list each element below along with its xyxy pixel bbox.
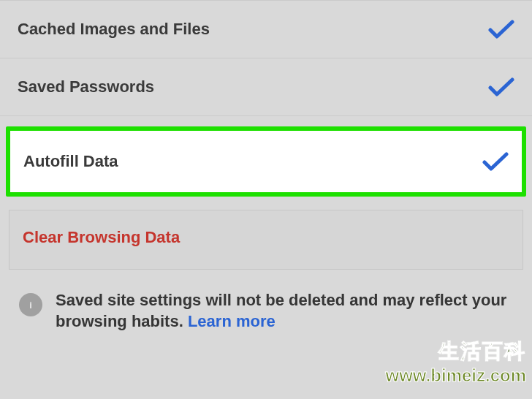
info-icon: i [19,293,42,316]
learn-more-link[interactable]: Learn more [188,312,276,330]
clear-browsing-data-card[interactable]: Clear Browsing Data [9,210,523,270]
item-cached-images[interactable]: Cached Images and Files [0,0,532,58]
info-text: Saved site settings will not be deleted … [56,290,514,332]
clear-label: Clear Browsing Data [23,228,180,246]
item-label: Saved Passwords [18,77,154,96]
item-label: Autofill Data [23,152,118,171]
watermark-url: www.bimeiz.com [386,365,526,386]
item-saved-passwords[interactable]: Saved Passwords [0,58,532,116]
check-icon [488,19,514,39]
check-icon [488,77,514,97]
highlight-frame: Autofill Data [6,126,526,197]
item-label: Cached Images and Files [18,20,210,39]
info-body: Saved site settings will not be deleted … [56,291,506,330]
info-row: i Saved site settings will not be delete… [0,270,532,332]
check-icon [482,151,509,172]
settings-list: Cached Images and Files Saved Passwords … [0,0,532,332]
watermark-text: 生活百科 [438,338,526,365]
item-autofill-data[interactable]: Autofill Data [10,131,522,192]
